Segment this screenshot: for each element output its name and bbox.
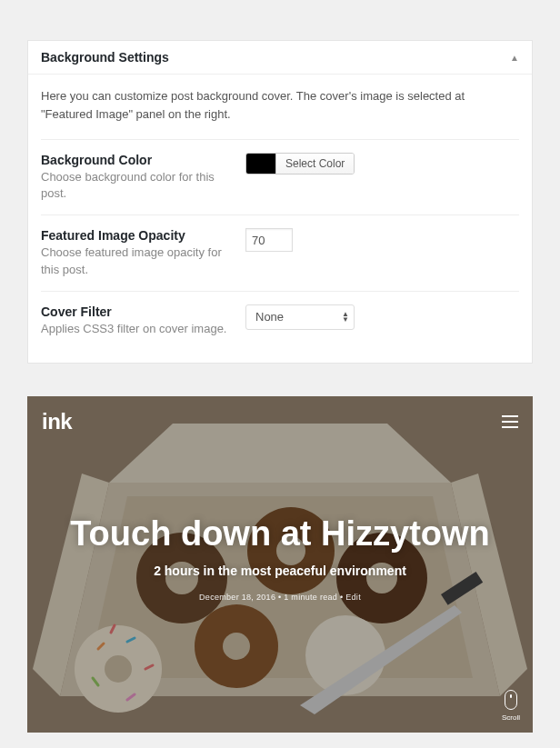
opacity-desc: Choose featured image opacity for this p… bbox=[41, 244, 236, 277]
post-subtitle: 2 hours in the most peaceful environment bbox=[153, 562, 407, 580]
filter-select[interactable]: None bbox=[245, 304, 355, 330]
scroll-indicator[interactable]: Scroll bbox=[502, 690, 520, 722]
select-color-button[interactable]: Select Color bbox=[275, 154, 354, 174]
color-picker: Select Color bbox=[245, 153, 355, 175]
bg-color-label: Background Color bbox=[41, 153, 236, 167]
collapse-icon: ▲ bbox=[510, 53, 519, 63]
panel-intro: Here you can customize post background c… bbox=[41, 87, 519, 123]
setting-row-opacity: Featured Image Opacity Choose featured i… bbox=[41, 214, 519, 290]
opacity-label: Featured Image Opacity bbox=[41, 228, 236, 243]
menu-icon[interactable] bbox=[502, 415, 518, 428]
setting-row-filter: Cover Filter Applies CSS3 filter on cove… bbox=[41, 291, 519, 350]
scroll-label: Scroll bbox=[502, 713, 520, 722]
mouse-icon bbox=[505, 690, 517, 710]
background-settings-panel: Background Settings ▲ Here you can custo… bbox=[27, 40, 533, 364]
filter-desc: Applies CSS3 filter on cover image. bbox=[41, 321, 236, 337]
bg-color-desc: Choose background color for this post. bbox=[41, 169, 236, 202]
opacity-input[interactable] bbox=[245, 228, 293, 252]
post-cover-preview: ink Touch down at Hizzytown 2 hours in t… bbox=[27, 396, 533, 733]
post-title: Touch down at Hizzytown bbox=[53, 514, 507, 553]
preview-topbar: ink bbox=[42, 409, 518, 434]
setting-row-bg-color: Background Color Choose background color… bbox=[41, 139, 519, 214]
panel-body: Here you can customize post background c… bbox=[28, 75, 532, 363]
panel-header[interactable]: Background Settings ▲ bbox=[28, 41, 532, 75]
site-logo[interactable]: ink bbox=[42, 409, 72, 434]
post-meta: December 18, 2016 • 1 minute read • Edit bbox=[53, 593, 507, 602]
panel-title: Background Settings bbox=[41, 50, 169, 65]
filter-label: Cover Filter bbox=[41, 304, 236, 319]
color-swatch[interactable] bbox=[246, 154, 275, 174]
cover-content: Touch down at Hizzytown 2 hours in the m… bbox=[53, 514, 507, 602]
